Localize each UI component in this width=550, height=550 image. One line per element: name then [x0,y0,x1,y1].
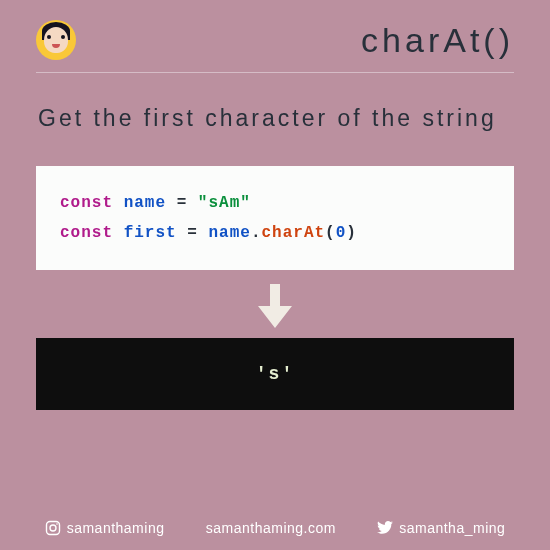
svg-point-1 [50,525,56,531]
twitter-handle: samantha_ming [377,520,505,536]
instagram-label: samanthaming [67,520,165,536]
description: Get the first character of the string [0,73,550,156]
avatar [36,20,76,60]
instagram-handle: samanthaming [45,520,165,536]
string-literal: "sAm" [198,194,251,212]
fn-charat: charAt [261,224,325,242]
twitter-label: samantha_ming [399,520,505,536]
name-ref: name [208,224,250,242]
equals: = [177,194,188,212]
output-value: 's' [256,364,294,384]
rparen: ) [346,224,357,242]
arrow-down-icon [0,284,550,328]
footer: samanthaming samanthaming.com samantha_m… [0,520,550,536]
instagram-icon [45,520,61,536]
dot: . [251,224,262,242]
svg-point-2 [56,523,58,525]
keyword-const: const [60,224,113,242]
code-line-2: const first = name.charAt(0) [60,218,490,248]
header: charAt() [36,0,514,73]
website-label: samanthaming.com [206,520,336,536]
var-first: first [124,224,177,242]
page-title: charAt() [361,21,514,60]
var-name: name [124,194,166,212]
website-link: samanthaming.com [206,520,336,536]
code-block: const name = "sAm" const first = name.ch… [36,166,514,271]
keyword-const: const [60,194,113,212]
arg-zero: 0 [336,224,347,242]
code-line-1: const name = "sAm" [60,188,490,218]
equals: = [187,224,198,242]
twitter-icon [377,521,393,535]
lparen: ( [325,224,336,242]
output-block: 's' [36,338,514,410]
